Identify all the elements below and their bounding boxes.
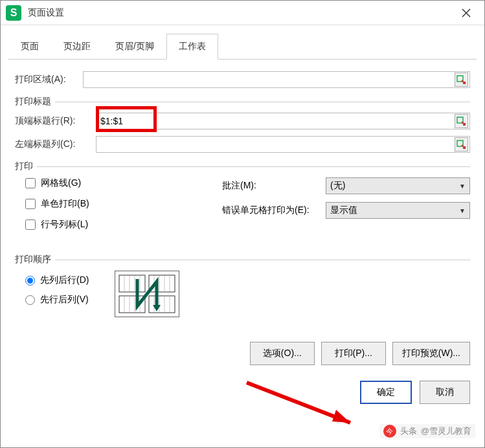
- app-icon: S: [6, 5, 21, 21]
- down-then-over-radio[interactable]: [25, 276, 35, 286]
- print-button[interactable]: 打印(P)...: [321, 342, 386, 365]
- print-options-right-col: 批注(M): (无) ▼ 错误单元格打印为(E): 显示值 ▼: [222, 177, 470, 240]
- left-title-col-label: 左端标题列(C):: [15, 139, 96, 150]
- top-title-row-label: 顶端标题行(R):: [15, 115, 96, 127]
- gridlines-checkbox[interactable]: [25, 178, 36, 188]
- ok-button[interactable]: 确定: [360, 381, 412, 404]
- dropdown-arrow-icon: ▼: [459, 183, 466, 190]
- comments-select[interactable]: (无) ▼: [326, 177, 470, 194]
- over-then-down-radio-row[interactable]: 先行后列(V): [25, 294, 89, 306]
- left-title-col-input[interactable]: [96, 137, 452, 152]
- print-area-label: 打印区域(A):: [15, 74, 83, 85]
- watermark-icon: 今: [383, 425, 396, 438]
- watermark-author: @雪灵儿教育: [421, 425, 471, 437]
- tab-content: 打印区域(A): 打印标题 顶端标题行(R):: [1, 60, 484, 324]
- range-select-icon: [457, 117, 466, 126]
- print-order-radios: 先列后行(D) 先行后列(V): [15, 274, 89, 313]
- top-title-row: 顶端标题行(R):: [15, 113, 470, 129]
- titlebar: S 页面设置: [1, 1, 484, 25]
- print-area-input[interactable]: [84, 72, 452, 87]
- comments-label: 批注(M):: [222, 180, 326, 192]
- print-order-diagram: [115, 271, 179, 317]
- watermark-source: 头条: [400, 425, 417, 437]
- print-order-section: 打印顺序 先列后行(D) 先行后列(V): [15, 254, 470, 317]
- cancel-button[interactable]: 取消: [420, 381, 470, 404]
- print-area-row: 打印区域(A):: [15, 71, 470, 88]
- options-button[interactable]: 选项(O)...: [250, 342, 315, 365]
- comments-select-value: (无): [330, 180, 345, 192]
- errors-select-value: 显示值: [330, 205, 357, 216]
- print-order-section-label: 打印顺序: [15, 254, 55, 265]
- monochrome-label: 单色打印(B): [41, 198, 89, 210]
- svg-rect-6: [149, 275, 175, 292]
- comments-select-row: 批注(M): (无) ▼: [222, 177, 470, 194]
- top-title-row-input[interactable]: [96, 113, 452, 129]
- top-title-row-input-wrap[interactable]: [96, 113, 470, 129]
- tab-header-footer[interactable]: 页眉/页脚: [103, 34, 166, 60]
- down-then-over-radio-row[interactable]: 先列后行(D): [25, 274, 89, 286]
- print-title-section: 打印标题 顶端标题行(R): 左端标题列(C):: [15, 96, 470, 153]
- tab-bar: 页面 页边距 页眉/页脚 工作表: [8, 33, 477, 60]
- svg-rect-8: [149, 296, 175, 313]
- action-button-row: 选项(O)... 打印(P)... 打印预览(W)...: [1, 324, 484, 372]
- left-title-col-row: 左端标题列(C):: [15, 136, 470, 153]
- errors-select[interactable]: 显示值 ▼: [326, 202, 470, 219]
- order-diagram-icon: [118, 274, 176, 314]
- print-area-range-button[interactable]: [455, 73, 468, 87]
- dropdown-arrow-icon: ▼: [459, 207, 466, 214]
- rowcol-headers-label: 行号列标(L): [41, 219, 88, 230]
- gridlines-label: 网格线(G): [41, 177, 81, 189]
- over-then-down-radio[interactable]: [25, 295, 35, 305]
- monochrome-checkbox-row[interactable]: 单色打印(B): [25, 198, 222, 210]
- tab-margins[interactable]: 页边距: [51, 34, 103, 60]
- close-button[interactable]: [453, 1, 479, 25]
- print-title-section-label: 打印标题: [15, 96, 55, 107]
- print-options-columns: 网格线(G) 单色打印(B) 行号列标(L) 批注(M):: [15, 177, 470, 240]
- print-preview-button[interactable]: 打印预览(W)...: [392, 342, 470, 365]
- rowcol-headers-checkbox[interactable]: [25, 219, 36, 230]
- tab-page[interactable]: 页面: [8, 34, 51, 60]
- range-select-icon: [457, 75, 466, 84]
- left-title-col-range-button[interactable]: [455, 137, 468, 151]
- print-options-left-col: 网格线(G) 单色打印(B) 行号列标(L): [15, 177, 222, 240]
- errors-label: 错误单元格打印为(E):: [222, 205, 326, 216]
- window-title: 页面设置: [28, 7, 453, 19]
- errors-select-row: 错误单元格打印为(E): 显示值 ▼: [222, 202, 470, 219]
- svg-rect-5: [119, 275, 145, 292]
- svg-rect-7: [119, 296, 145, 313]
- close-icon: [462, 8, 471, 17]
- range-select-icon: [457, 140, 466, 149]
- gridlines-checkbox-row[interactable]: 网格线(G): [25, 177, 222, 189]
- dialog-bottom-row: 确定 取消: [1, 372, 484, 416]
- top-title-row-range-button[interactable]: [455, 114, 468, 128]
- monochrome-checkbox[interactable]: [25, 199, 36, 209]
- left-title-col-input-wrap[interactable]: [96, 136, 470, 153]
- over-then-down-label: 先行后列(V): [40, 294, 89, 306]
- print-options-section-label: 打印: [15, 161, 37, 172]
- down-then-over-label: 先列后行(D): [40, 274, 89, 286]
- rowcol-headers-checkbox-row[interactable]: 行号列标(L): [25, 219, 222, 230]
- tab-worksheet[interactable]: 工作表: [166, 34, 218, 60]
- watermark: 今 头条 @雪灵儿教育: [379, 424, 475, 438]
- page-setup-dialog: S 页面设置 页面 页边距 页眉/页脚 工作表 打印区域(A): 打印标题: [0, 0, 485, 448]
- print-area-input-wrap[interactable]: [83, 71, 470, 88]
- print-options-section: 打印 网格线(G) 单色打印(B) 行号列标(L): [15, 161, 470, 240]
